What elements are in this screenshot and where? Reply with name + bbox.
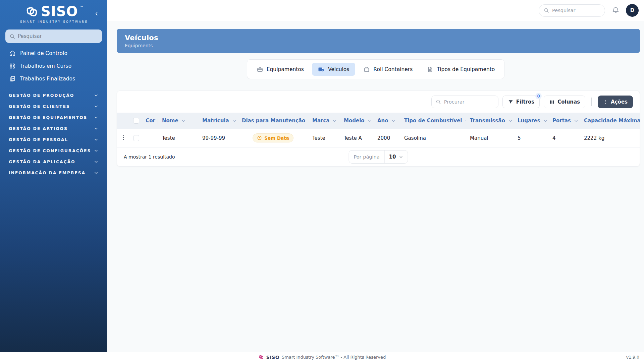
column-header-lugares[interactable]: Lugares bbox=[514, 118, 548, 124]
column-header-cor: Cor bbox=[143, 118, 158, 124]
column-header-tipo-de-combustivel[interactable]: Tipo de Combustível bbox=[400, 118, 466, 124]
topbar-search-input[interactable] bbox=[552, 8, 600, 13]
column-header-transmissao[interactable]: Transmissão bbox=[466, 118, 514, 124]
siso-logo-icon bbox=[25, 5, 39, 19]
column-header-label: Nome bbox=[162, 118, 178, 124]
filter-icon bbox=[508, 99, 514, 105]
sort-chevron-icon bbox=[391, 118, 396, 123]
sidebar-section-gestao-da-aplicacao[interactable]: GESTÃO DA APLICAÇÃO bbox=[0, 156, 107, 167]
column-header-label: Ano bbox=[377, 118, 388, 124]
van-icon bbox=[318, 66, 325, 73]
tab-tipos-de-equipamento[interactable]: Tipos de Equipamento bbox=[421, 63, 501, 76]
row-checkbox[interactable] bbox=[133, 135, 139, 141]
page-subtitle: Equipments bbox=[125, 43, 632, 48]
chevron-down-icon bbox=[94, 137, 99, 142]
column-header-select bbox=[129, 118, 143, 124]
sidebar-section-label: GESTÃO DE ARTIGOS bbox=[9, 126, 68, 131]
columns-label: Colunas bbox=[557, 99, 580, 105]
page-title: Veículos bbox=[125, 34, 632, 42]
sidebar-section-gestao-de-pessoal[interactable]: GESTÃO DE PESSOAL bbox=[0, 134, 107, 145]
chevron-down-icon bbox=[398, 155, 403, 159]
cell-ano: 2000 bbox=[373, 135, 400, 141]
container-icon bbox=[363, 66, 370, 73]
cell-nome: Teste bbox=[158, 135, 198, 141]
column-header-label: Marca bbox=[312, 118, 329, 124]
per-page-select[interactable]: 10 bbox=[384, 150, 408, 163]
bell-icon bbox=[612, 10, 620, 15]
maintenance-status-badge: Sem Data bbox=[253, 133, 293, 142]
per-page-value: 10 bbox=[389, 154, 396, 160]
sort-chevron-icon bbox=[543, 118, 548, 123]
topbar-search bbox=[539, 4, 605, 17]
equipment-tabs: EquipamentosVeículosRoll ContainersTipos… bbox=[247, 59, 505, 79]
sidebar-section-gestao-de-artigos[interactable]: GESTÃO DE ARTIGOS bbox=[0, 123, 107, 134]
column-header-nome[interactable]: Nome bbox=[158, 118, 198, 124]
cell-marca: Teste bbox=[308, 135, 340, 141]
column-header-label: Capacidade Máxima bbox=[584, 118, 640, 124]
tab-equipamentos[interactable]: Equipamentos bbox=[251, 63, 310, 76]
column-header-portas[interactable]: Portas bbox=[548, 118, 580, 124]
sidebar-section-gestao-de-equipamentos[interactable]: GESTÃO DE EQUIPAMENTOS bbox=[0, 112, 107, 123]
columns-icon bbox=[549, 99, 555, 105]
row-menu-button[interactable] bbox=[119, 134, 127, 142]
sort-chevron-icon bbox=[574, 118, 579, 123]
filters-button[interactable]: Filtros 0 bbox=[502, 96, 540, 108]
sidebar-item-painel-de-controlo[interactable]: Painel de Controlo bbox=[0, 47, 107, 60]
cell-transmissao: Manual bbox=[466, 135, 514, 141]
notifications-button[interactable] bbox=[611, 6, 620, 15]
row-cell-menu bbox=[117, 134, 129, 142]
sidebar-search-input[interactable] bbox=[18, 33, 98, 39]
results-count-text: A mostrar 1 resultado bbox=[124, 154, 175, 160]
select-all-checkbox[interactable] bbox=[133, 118, 139, 124]
chevron-down-icon bbox=[94, 126, 99, 131]
chevron-down-icon bbox=[94, 93, 99, 98]
sidebar-section-gestao-de-clientes[interactable]: GESTÃO DE CLIENTES bbox=[0, 101, 107, 112]
clock-icon bbox=[257, 135, 262, 140]
chevron-down-icon bbox=[94, 148, 99, 153]
column-header-capacidade-maxima[interactable]: Capacidade Máxima bbox=[580, 118, 640, 124]
column-header-dias-para-manutencao[interactable]: Dias para Manutenção bbox=[238, 118, 308, 124]
column-header-ano[interactable]: Ano bbox=[373, 118, 400, 124]
columns-button[interactable]: Colunas bbox=[544, 96, 585, 108]
tab-veiculos[interactable]: Veículos bbox=[312, 63, 355, 76]
footer-copyright: Smart Industry Software™ - All Rights Re… bbox=[282, 355, 386, 360]
siso-footer-logo-icon bbox=[258, 354, 264, 360]
column-header-matricula[interactable]: Matrícula bbox=[198, 118, 238, 124]
brand-tagline: SMART INDUSTRY SOFTWARE bbox=[20, 20, 88, 23]
file-icon bbox=[427, 66, 433, 73]
tab-roll-containers[interactable]: Roll Containers bbox=[357, 63, 419, 76]
sidebar-item-trabalhos-em-curso[interactable]: Trabalhos em Curso bbox=[0, 60, 107, 72]
column-header-label: Lugares bbox=[518, 118, 540, 124]
search-icon bbox=[436, 99, 441, 105]
table-search bbox=[431, 96, 498, 108]
toolbar-divider bbox=[591, 98, 592, 106]
sidebar-item-trabalhos-finalizados[interactable]: Trabalhos Finalizados bbox=[0, 72, 107, 85]
column-header-label: Tipo de Combustível bbox=[404, 118, 462, 124]
sidebar-section-gestao-de-producao[interactable]: GESTÃO DE PRODUÇÃO bbox=[0, 90, 107, 101]
cell-dias-para-manutencao: Sem Data bbox=[238, 133, 308, 142]
sidebar-section-informacao-da-empresa[interactable]: INFORMAÇÃO DA EMPRESA bbox=[0, 167, 107, 178]
user-avatar[interactable]: D bbox=[626, 4, 639, 17]
chevron-down-icon bbox=[94, 159, 99, 164]
app-logo: SISO ™ SMART INDUSTRY SOFTWARE bbox=[20, 5, 88, 23]
column-header-label: Modelo bbox=[344, 118, 365, 124]
sidebar-section-gestao-de-configuracoes[interactable]: GESTÃO DE CONFIGURAÇÕES bbox=[0, 145, 107, 156]
column-header-label: Transmissão bbox=[470, 118, 505, 124]
main-content: D Veículos Equipments EquipamentosVeícul… bbox=[107, 0, 644, 352]
search-icon bbox=[9, 34, 15, 39]
sidebar-section-label: INFORMAÇÃO DA EMPRESA bbox=[9, 170, 86, 175]
table-search-input[interactable] bbox=[444, 99, 494, 105]
column-header-marca[interactable]: Marca bbox=[308, 118, 340, 124]
sidebar-item-label: Trabalhos Finalizados bbox=[20, 76, 75, 82]
sidebar-section-label: GESTÃO DE EQUIPAMENTOS bbox=[9, 115, 87, 120]
sidebar-collapse-button[interactable] bbox=[92, 9, 101, 19]
actions-button[interactable]: Ações bbox=[598, 96, 633, 108]
column-header-label: Portas bbox=[552, 118, 571, 124]
home-icon bbox=[9, 50, 16, 57]
column-header-label: Matrícula bbox=[202, 118, 229, 124]
badge-label: Sem Data bbox=[264, 135, 289, 141]
cell-capacidade-maxima: 2222 kg bbox=[580, 135, 640, 141]
column-header-modelo[interactable]: Modelo bbox=[340, 118, 373, 124]
brand-name: SISO bbox=[41, 5, 78, 18]
row-cell-select bbox=[129, 135, 143, 141]
